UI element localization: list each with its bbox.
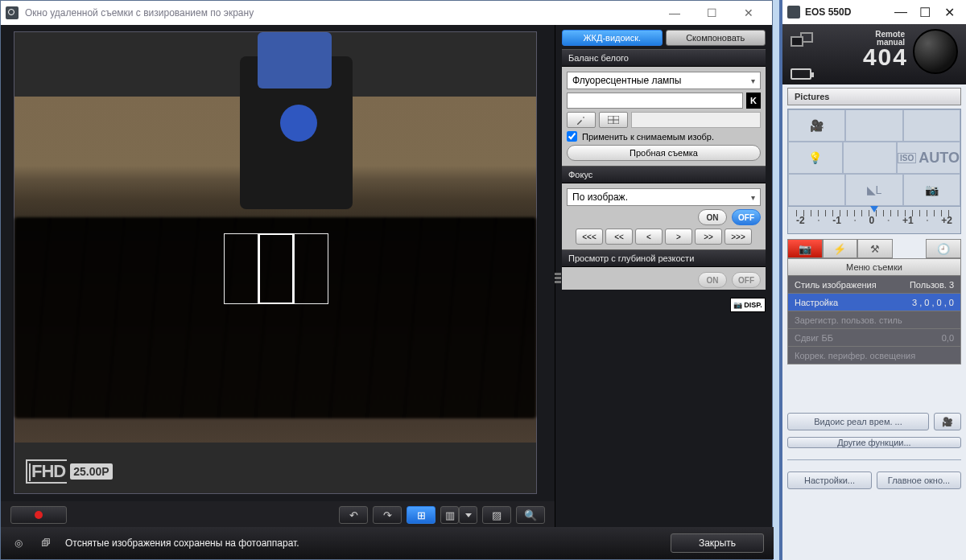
wb-section-header: Баланс белого xyxy=(562,49,766,67)
preview-panel: FHD 25.00P ↶ ↷ ⊞ ▥ ▨ 🔍 xyxy=(1,25,555,529)
minimize-button[interactable]: — xyxy=(889,1,913,23)
close-window-button[interactable]: ✕ xyxy=(730,1,767,25)
exposure-comp-scale[interactable]: -2· -1· 0· +1· +2 xyxy=(788,206,960,233)
close-window-button[interactable]: ✕ xyxy=(937,1,961,23)
close-button[interactable]: Закрыть xyxy=(671,533,764,553)
maximize-button[interactable]: ☐ xyxy=(913,1,937,23)
tab-shooting[interactable]: 📷 xyxy=(787,239,823,258)
focus-far-2-button[interactable]: >> xyxy=(695,229,722,245)
af-cell[interactable] xyxy=(788,174,845,206)
minimize-button[interactable]: — xyxy=(656,1,693,25)
menu-row[interactable]: Стиль изображенияПользов. 3 xyxy=(788,275,960,293)
tab-timer[interactable]: 🕘 xyxy=(926,239,961,258)
focus-far-3-button[interactable]: >>> xyxy=(724,229,752,245)
metering-cell[interactable] xyxy=(845,109,902,142)
save-folder-button[interactable]: Pictures xyxy=(787,88,961,105)
menu-header: Меню съемки xyxy=(788,259,960,275)
wb-apply-checkbox[interactable] xyxy=(567,131,577,142)
pane-splitter[interactable] xyxy=(555,29,561,527)
zoom-button[interactable]: 🔍 xyxy=(516,506,545,524)
status-storage-icon: 🗊 xyxy=(38,535,54,551)
quick-settings-grid: 🎥 💡 ISOAUTO ◣L 📷 -2· -1· 0· +1· +2 xyxy=(787,109,961,234)
liveview-icon-button[interactable]: 🎥 xyxy=(934,413,961,430)
liveview-window: Окно удаленной съемки с визированием по … xyxy=(0,0,773,560)
menu-row[interactable]: Настройка3 , 0 , 0 , 0 xyxy=(788,293,960,311)
settings-panel: ЖКД-видоиск. Скомпоновать Баланс белого … xyxy=(555,25,772,529)
camera-control-window: EOS 550D — ☐ ✕ Remotemanual 404 Pictures… xyxy=(779,0,966,560)
image-quality-cell[interactable]: ◣L xyxy=(845,174,902,206)
iso-cell[interactable]: ISOAUTO xyxy=(897,142,960,174)
focus-far-1-button[interactable]: > xyxy=(665,229,692,245)
focus-near-2-button[interactable]: << xyxy=(605,229,633,245)
focus-section-header: Фокус xyxy=(562,166,766,183)
af-on-button[interactable]: ON xyxy=(698,209,727,225)
wb-apply-checkbox-row[interactable]: Применить к снимаемым изобр. xyxy=(567,131,761,142)
dof-off-button[interactable]: OFF xyxy=(732,272,761,288)
settings-button[interactable]: Настройки... xyxy=(787,471,872,489)
menu-row-label: Стиль изображения xyxy=(795,280,877,290)
cc-titlebar[interactable]: EOS 550D — ☐ ✕ xyxy=(782,0,966,24)
overlay-dropdown-button[interactable] xyxy=(459,506,477,524)
histogram-button[interactable]: ▨ xyxy=(482,506,511,524)
menu-row-value: 0,0 xyxy=(942,333,954,343)
chevron-down-icon xyxy=(465,513,472,517)
liveview-button[interactable]: Видоис реал врем. ... xyxy=(787,413,929,430)
af-grid-button[interactable]: ⊞ xyxy=(407,506,436,524)
wb-eyedropper-button[interactable] xyxy=(567,112,596,128)
test-shot-button[interactable]: Пробная съемка xyxy=(567,145,761,161)
panel-tabs: ЖКД-видоиск. Скомпоновать xyxy=(562,30,766,46)
live-preview[interactable]: FHD 25.00P xyxy=(14,31,537,494)
disp-button[interactable]: DISP. xyxy=(730,298,766,312)
tab-lcd-viewfinder[interactable]: ЖКД-видоиск. xyxy=(562,30,663,46)
chevron-down-icon: ▾ xyxy=(751,76,755,85)
rotate-ccw-button[interactable]: ↶ xyxy=(339,506,368,524)
app-icon xyxy=(6,6,19,19)
wb-grid-button[interactable] xyxy=(599,112,628,128)
focus-near-3-button[interactable]: <<< xyxy=(576,229,603,245)
wb-kelvin-input[interactable] xyxy=(567,93,743,109)
movie-icon: 🎥 xyxy=(942,417,953,427)
app-icon xyxy=(787,6,800,19)
af-area-grid[interactable] xyxy=(224,233,328,304)
focus-section: По изображ. ▾ ON OFF <<< << < > >> >>> xyxy=(562,183,766,249)
menu-row-value: 3 , 0 , 0 , 0 xyxy=(912,298,954,307)
focus-mode-select[interactable]: По изображ. ▾ xyxy=(567,188,761,206)
chevron-down-icon: ▾ xyxy=(751,193,755,202)
drive-mode-cell[interactable]: 🎥 xyxy=(788,109,845,142)
tab-tools[interactable]: ⚒ xyxy=(857,239,893,258)
main-window-button[interactable]: Главное окно... xyxy=(877,471,961,489)
menu-row-label: Сдвиг ББ xyxy=(795,333,833,343)
dof-on-button[interactable]: ON xyxy=(698,272,727,288)
camera-icon: 📷 xyxy=(925,183,939,196)
wb-cell[interactable]: 💡 xyxy=(788,142,843,174)
shutter-cell[interactable]: 📷 xyxy=(903,174,960,206)
titlebar[interactable]: Окно удаленной съемки с визированием по … xyxy=(1,1,772,25)
other-functions-button[interactable]: Другие функции... xyxy=(787,437,961,448)
mode-dial[interactable] xyxy=(913,29,958,74)
af-off-button[interactable]: OFF xyxy=(732,209,761,225)
maximize-button[interactable]: ☐ xyxy=(693,1,730,25)
tab-compose[interactable]: Скомпоновать xyxy=(666,30,766,46)
movie-icon: 🎥 xyxy=(810,119,824,132)
resolution-label: FHD xyxy=(26,459,67,484)
exposure-indicator xyxy=(870,206,878,212)
clock-icon: 🕘 xyxy=(937,243,950,255)
status-bar: ◎ 🗊 Отснятые изображения сохранены на фо… xyxy=(1,527,774,559)
menu-row-value: Пользов. 3 xyxy=(910,280,954,290)
tab-flash[interactable]: ⚡ xyxy=(823,239,858,258)
af-point-selected[interactable] xyxy=(258,233,295,304)
quality-label: ◣L xyxy=(867,183,882,196)
wb-apply-label: Применить к снимаемым изобр. xyxy=(582,132,714,142)
shots-remaining: 404 xyxy=(863,43,908,71)
burst-icon-2 xyxy=(791,36,803,47)
rotate-cw-button[interactable]: ↷ xyxy=(373,506,402,524)
menu-row-label: Коррек. перифер. освещения xyxy=(795,351,915,360)
grid-icon xyxy=(608,116,619,124)
mode-cell[interactable] xyxy=(843,142,898,174)
wb-preset-select[interactable]: Флуоресцентные лампы ▾ xyxy=(567,72,761,89)
focus-near-1-button[interactable]: < xyxy=(635,229,663,245)
quality-cell[interactable] xyxy=(903,109,960,142)
record-button[interactable] xyxy=(10,506,67,524)
wb-preview-box xyxy=(631,112,761,128)
overlay-button[interactable]: ▥ xyxy=(440,506,459,524)
